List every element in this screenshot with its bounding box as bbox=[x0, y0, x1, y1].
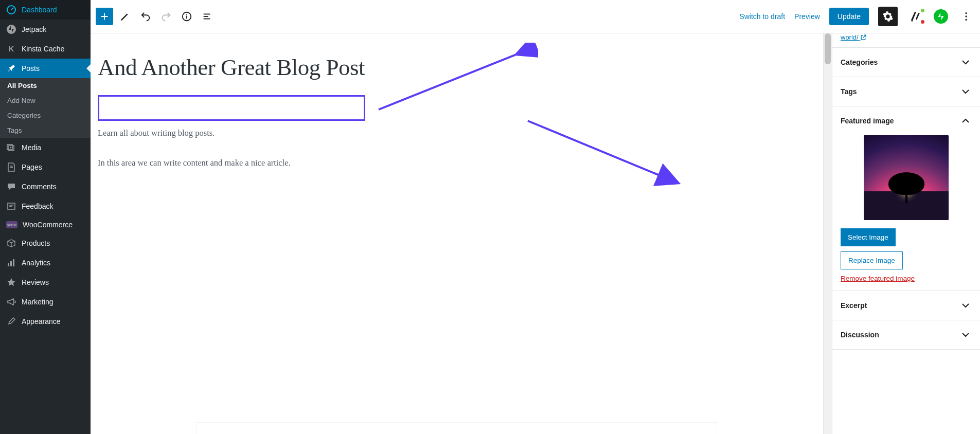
chevron-down-icon bbox=[959, 56, 972, 68]
pages-icon bbox=[6, 162, 16, 172]
preview-link[interactable]: Preview bbox=[794, 12, 820, 21]
settings-panel: world/ Categories Tags Featured image bbox=[832, 33, 980, 434]
sidebar-label: Posts bbox=[22, 64, 40, 73]
sidebar-item-media[interactable]: Media bbox=[0, 138, 91, 157]
sidebar-sub-tags[interactable]: Tags bbox=[0, 123, 91, 138]
analytics-icon bbox=[6, 258, 16, 268]
sidebar-item-feedback[interactable]: Feedback bbox=[0, 196, 91, 216]
add-block-button[interactable] bbox=[96, 8, 113, 25]
jetpack-icon bbox=[6, 24, 16, 34]
megaphone-icon bbox=[6, 297, 16, 307]
sidebar-label: Appearance bbox=[22, 317, 61, 326]
post-subtitle[interactable]: Learn all about writing blog posts. bbox=[98, 126, 641, 140]
post-body[interactable]: In this area we can write content and ma… bbox=[98, 156, 641, 170]
admin-sidebar: Dashboard Jetpack K Kinsta Cache Posts A… bbox=[0, 0, 91, 434]
chevron-up-icon bbox=[959, 115, 972, 127]
chevron-down-icon bbox=[959, 299, 972, 312]
svg-rect-3 bbox=[8, 203, 15, 209]
chevron-down-icon bbox=[959, 85, 972, 98]
star-icon bbox=[6, 277, 16, 287]
panel-featured-image[interactable]: Featured image bbox=[832, 106, 980, 135]
svg-point-1 bbox=[7, 25, 16, 34]
block-editor-canvas[interactable]: And Another Great Blog Post Learn all ab… bbox=[91, 33, 823, 434]
undo-button[interactable] bbox=[137, 8, 154, 25]
panel-excerpt[interactable]: Excerpt bbox=[832, 291, 980, 320]
sidebar-item-marketing[interactable]: Marketing bbox=[0, 292, 91, 312]
svg-rect-8 bbox=[204, 14, 210, 15]
sidebar-label: Products bbox=[22, 239, 50, 247]
svg-point-11 bbox=[965, 12, 967, 14]
switch-to-draft-link[interactable]: Switch to draft bbox=[739, 12, 785, 21]
sidebar-item-reviews[interactable]: Reviews bbox=[0, 273, 91, 292]
redo-button[interactable] bbox=[157, 8, 175, 25]
products-icon bbox=[6, 238, 16, 248]
sidebar-label: WooCommerce bbox=[23, 221, 73, 229]
edit-modes-button[interactable] bbox=[116, 8, 134, 25]
svg-rect-5 bbox=[10, 261, 12, 266]
sidebar-item-woocommerce[interactable]: woo WooCommerce bbox=[0, 216, 91, 233]
sidebar-label: Media bbox=[22, 143, 41, 152]
settings-button[interactable] bbox=[878, 7, 898, 26]
sidebar-label: Marketing bbox=[22, 298, 53, 306]
post-title[interactable]: And Another Great Blog Post bbox=[98, 54, 641, 81]
sidebar-item-dashboard[interactable]: Dashboard bbox=[0, 0, 91, 20]
featured-image-thumbnail[interactable] bbox=[864, 135, 949, 220]
permalink-url[interactable]: world/ bbox=[832, 33, 980, 48]
editor-footer-placeholder bbox=[197, 423, 717, 434]
editor-main: Switch to draft Preview Update And Anoth… bbox=[91, 0, 980, 434]
svg-point-2 bbox=[10, 147, 12, 149]
sidebar-label: Kinsta Cache bbox=[22, 45, 64, 53]
panel-discussion[interactable]: Discussion bbox=[832, 320, 980, 349]
sidebar-sub-allposts[interactable]: All Posts bbox=[0, 78, 91, 93]
sidebar-label: Pages bbox=[22, 163, 42, 171]
comments-icon bbox=[6, 182, 16, 192]
sidebar-label: Comments bbox=[22, 183, 57, 191]
sidebar-sub-categories[interactable]: Categories bbox=[0, 108, 91, 123]
outline-button[interactable] bbox=[199, 8, 216, 25]
sidebar-label: Reviews bbox=[22, 278, 49, 286]
jetpack-button[interactable] bbox=[934, 9, 948, 24]
media-icon bbox=[6, 142, 16, 153]
sidebar-item-pages[interactable]: Pages bbox=[0, 157, 91, 177]
feedback-icon bbox=[6, 201, 16, 211]
select-image-button[interactable]: Select Image bbox=[841, 228, 896, 246]
sidebar-item-analytics[interactable]: Analytics bbox=[0, 253, 91, 273]
svg-rect-4 bbox=[8, 263, 9, 266]
svg-point-13 bbox=[965, 19, 967, 21]
sidebar-item-appearance[interactable]: Appearance bbox=[0, 312, 91, 331]
update-button[interactable]: Update bbox=[829, 8, 869, 25]
sidebar-item-kinsta[interactable]: K Kinsta Cache bbox=[0, 39, 91, 59]
yoast-button[interactable] bbox=[907, 8, 924, 25]
sidebar-item-posts[interactable]: Posts bbox=[0, 59, 91, 78]
brush-icon bbox=[6, 316, 16, 327]
empty-block-highlight[interactable] bbox=[98, 95, 365, 121]
panel-tags[interactable]: Tags bbox=[832, 77, 980, 106]
kinsta-icon: K bbox=[6, 44, 16, 54]
svg-rect-10 bbox=[204, 19, 210, 20]
editor-scrollbar[interactable] bbox=[823, 33, 832, 434]
replace-image-button[interactable]: Replace Image bbox=[841, 251, 903, 269]
woo-icon: woo bbox=[6, 221, 17, 228]
sidebar-sub-addnew[interactable]: Add New bbox=[0, 93, 91, 108]
sidebar-item-comments[interactable]: Comments bbox=[0, 177, 91, 196]
info-button[interactable] bbox=[178, 8, 195, 25]
panel-categories[interactable]: Categories bbox=[832, 48, 980, 77]
sidebar-label: Dashboard bbox=[22, 6, 57, 14]
more-options-button[interactable] bbox=[957, 8, 975, 25]
sidebar-label: Feedback bbox=[22, 202, 53, 210]
remove-featured-image-link[interactable]: Remove featured image bbox=[841, 275, 972, 282]
chevron-down-icon bbox=[959, 329, 972, 341]
svg-rect-9 bbox=[204, 16, 208, 17]
dashboard-icon bbox=[6, 5, 16, 15]
svg-point-12 bbox=[965, 15, 967, 17]
sidebar-item-jetpack[interactable]: Jetpack bbox=[0, 20, 91, 39]
sidebar-label: Analytics bbox=[22, 259, 50, 267]
sidebar-label: Jetpack bbox=[22, 25, 46, 33]
sidebar-posts-submenu: All Posts Add New Categories Tags bbox=[0, 78, 91, 138]
editor-topbar: Switch to draft Preview Update bbox=[91, 0, 980, 33]
pin-icon bbox=[6, 63, 16, 74]
svg-rect-6 bbox=[13, 259, 14, 266]
sidebar-item-products[interactable]: Products bbox=[0, 233, 91, 253]
